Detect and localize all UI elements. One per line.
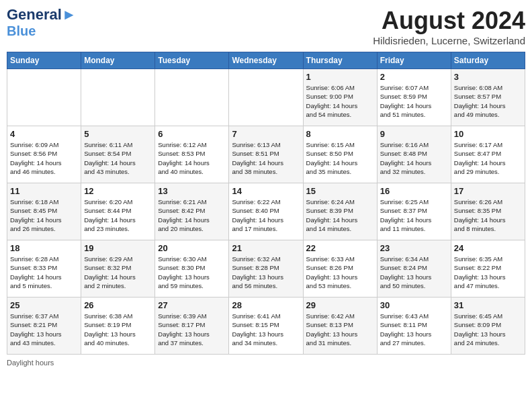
calendar-cell: 25Sunrise: 6:37 AM Sunset: 8:21 PM Dayli… bbox=[7, 298, 81, 355]
day-number: 30 bbox=[380, 300, 448, 310]
calendar-table: SundayMondayTuesdayWednesdayThursdayFrid… bbox=[7, 52, 525, 355]
day-info: Sunrise: 6:33 AM Sunset: 8:26 PM Dayligh… bbox=[306, 255, 374, 290]
calendar-header-cell: Tuesday bbox=[155, 52, 229, 69]
calendar-header-row: SundayMondayTuesdayWednesdayThursdayFrid… bbox=[7, 52, 525, 69]
day-info: Sunrise: 6:35 AM Sunset: 8:22 PM Dayligh… bbox=[454, 255, 522, 290]
day-info: Sunrise: 6:21 AM Sunset: 8:42 PM Dayligh… bbox=[158, 197, 226, 233]
calendar-cell: 18Sunrise: 6:28 AM Sunset: 8:33 PM Dayli… bbox=[7, 240, 81, 298]
page-header: General► Blue August 2024 Hildisrieden, … bbox=[7, 7, 525, 46]
day-number: 9 bbox=[380, 129, 448, 139]
day-info: Sunrise: 6:32 AM Sunset: 8:28 PM Dayligh… bbox=[232, 255, 300, 290]
calendar-cell: 9Sunrise: 6:16 AM Sunset: 8:48 PM Daylig… bbox=[377, 126, 451, 183]
day-number: 29 bbox=[306, 300, 374, 310]
day-info: Sunrise: 6:07 AM Sunset: 8:59 PM Dayligh… bbox=[380, 83, 448, 119]
calendar-body: 1Sunrise: 6:06 AM Sunset: 9:00 PM Daylig… bbox=[7, 69, 525, 355]
calendar-cell: 7Sunrise: 6:13 AM Sunset: 8:51 PM Daylig… bbox=[229, 126, 303, 183]
calendar-cell: 30Sunrise: 6:43 AM Sunset: 8:11 PM Dayli… bbox=[377, 298, 451, 355]
footer: Daylight hours bbox=[7, 359, 525, 367]
logo-text: General► Blue bbox=[7, 7, 77, 39]
calendar-cell: 4Sunrise: 6:09 AM Sunset: 8:56 PM Daylig… bbox=[7, 126, 81, 183]
day-number: 15 bbox=[306, 186, 374, 196]
day-info: Sunrise: 6:43 AM Sunset: 8:11 PM Dayligh… bbox=[380, 312, 448, 347]
day-info: Sunrise: 6:12 AM Sunset: 8:53 PM Dayligh… bbox=[158, 140, 226, 176]
day-number: 27 bbox=[158, 300, 226, 310]
day-info: Sunrise: 6:34 AM Sunset: 8:24 PM Dayligh… bbox=[380, 255, 448, 290]
day-info: Sunrise: 6:18 AM Sunset: 8:45 PM Dayligh… bbox=[10, 197, 78, 233]
calendar-week-row: 1Sunrise: 6:06 AM Sunset: 9:00 PM Daylig… bbox=[7, 69, 525, 126]
calendar-cell: 8Sunrise: 6:15 AM Sunset: 8:50 PM Daylig… bbox=[303, 126, 377, 183]
day-number: 17 bbox=[454, 186, 522, 196]
calendar-cell: 11Sunrise: 6:18 AM Sunset: 8:45 PM Dayli… bbox=[7, 183, 81, 240]
day-number: 1 bbox=[306, 72, 374, 82]
day-info: Sunrise: 6:38 AM Sunset: 8:19 PM Dayligh… bbox=[84, 312, 152, 347]
day-number: 23 bbox=[380, 243, 448, 253]
day-number: 16 bbox=[380, 186, 448, 196]
calendar-cell: 14Sunrise: 6:22 AM Sunset: 8:40 PM Dayli… bbox=[229, 183, 303, 240]
title-block: August 2024 Hildisrieden, Lucerne, Switz… bbox=[373, 7, 525, 46]
day-info: Sunrise: 6:45 AM Sunset: 8:09 PM Dayligh… bbox=[454, 312, 522, 347]
day-info: Sunrise: 6:24 AM Sunset: 8:39 PM Dayligh… bbox=[306, 197, 374, 233]
day-info: Sunrise: 6:42 AM Sunset: 8:13 PM Dayligh… bbox=[306, 312, 374, 347]
day-number: 11 bbox=[10, 186, 78, 196]
calendar-cell: 1Sunrise: 6:06 AM Sunset: 9:00 PM Daylig… bbox=[303, 69, 377, 126]
calendar-week-row: 25Sunrise: 6:37 AM Sunset: 8:21 PM Dayli… bbox=[7, 298, 525, 355]
calendar-cell: 28Sunrise: 6:41 AM Sunset: 8:15 PM Dayli… bbox=[229, 298, 303, 355]
day-number: 25 bbox=[10, 300, 78, 310]
day-info: Sunrise: 6:22 AM Sunset: 8:40 PM Dayligh… bbox=[232, 197, 300, 233]
day-info: Sunrise: 6:16 AM Sunset: 8:48 PM Dayligh… bbox=[380, 140, 448, 176]
calendar-cell: 31Sunrise: 6:45 AM Sunset: 8:09 PM Dayli… bbox=[451, 298, 525, 355]
calendar-cell: 2Sunrise: 6:07 AM Sunset: 8:59 PM Daylig… bbox=[377, 69, 451, 126]
day-number: 18 bbox=[10, 243, 78, 253]
day-info: Sunrise: 6:26 AM Sunset: 8:35 PM Dayligh… bbox=[454, 197, 522, 233]
calendar-cell: 12Sunrise: 6:20 AM Sunset: 8:44 PM Dayli… bbox=[81, 183, 155, 240]
calendar-cell: 17Sunrise: 6:26 AM Sunset: 8:35 PM Dayli… bbox=[451, 183, 525, 240]
month-title: August 2024 bbox=[373, 7, 525, 35]
day-number: 2 bbox=[380, 72, 448, 82]
day-info: Sunrise: 6:15 AM Sunset: 8:50 PM Dayligh… bbox=[306, 140, 374, 176]
day-number: 28 bbox=[232, 300, 300, 310]
calendar-cell bbox=[7, 69, 81, 126]
calendar-cell: 19Sunrise: 6:29 AM Sunset: 8:32 PM Dayli… bbox=[81, 240, 155, 298]
day-info: Sunrise: 6:41 AM Sunset: 8:15 PM Dayligh… bbox=[232, 312, 300, 347]
day-info: Sunrise: 6:30 AM Sunset: 8:30 PM Dayligh… bbox=[158, 255, 226, 290]
day-number: 31 bbox=[454, 300, 522, 310]
day-info: Sunrise: 6:39 AM Sunset: 8:17 PM Dayligh… bbox=[158, 312, 226, 347]
calendar-cell: 15Sunrise: 6:24 AM Sunset: 8:39 PM Dayli… bbox=[303, 183, 377, 240]
day-number: 22 bbox=[306, 243, 374, 253]
day-info: Sunrise: 6:17 AM Sunset: 8:47 PM Dayligh… bbox=[454, 140, 522, 176]
day-number: 21 bbox=[232, 243, 300, 253]
day-number: 7 bbox=[232, 129, 300, 139]
calendar-cell: 5Sunrise: 6:11 AM Sunset: 8:54 PM Daylig… bbox=[81, 126, 155, 183]
day-number: 20 bbox=[158, 243, 226, 253]
day-number: 10 bbox=[454, 129, 522, 139]
calendar-week-row: 18Sunrise: 6:28 AM Sunset: 8:33 PM Dayli… bbox=[7, 240, 525, 298]
day-number: 8 bbox=[306, 129, 374, 139]
day-info: Sunrise: 6:11 AM Sunset: 8:54 PM Dayligh… bbox=[84, 140, 152, 176]
day-number: 14 bbox=[232, 186, 300, 196]
day-number: 19 bbox=[84, 243, 152, 253]
day-number: 24 bbox=[454, 243, 522, 253]
day-info: Sunrise: 6:06 AM Sunset: 9:00 PM Dayligh… bbox=[306, 83, 374, 119]
calendar-header-cell: Sunday bbox=[7, 52, 81, 69]
day-number: 26 bbox=[84, 300, 152, 310]
day-number: 3 bbox=[454, 72, 522, 82]
calendar-week-row: 4Sunrise: 6:09 AM Sunset: 8:56 PM Daylig… bbox=[7, 126, 525, 183]
calendar-cell: 10Sunrise: 6:17 AM Sunset: 8:47 PM Dayli… bbox=[451, 126, 525, 183]
day-info: Sunrise: 6:08 AM Sunset: 8:57 PM Dayligh… bbox=[454, 83, 522, 119]
calendar-cell: 24Sunrise: 6:35 AM Sunset: 8:22 PM Dayli… bbox=[451, 240, 525, 298]
calendar-cell: 21Sunrise: 6:32 AM Sunset: 8:28 PM Dayli… bbox=[229, 240, 303, 298]
day-info: Sunrise: 6:37 AM Sunset: 8:21 PM Dayligh… bbox=[10, 312, 78, 347]
calendar-header-cell: Monday bbox=[81, 52, 155, 69]
day-info: Sunrise: 6:29 AM Sunset: 8:32 PM Dayligh… bbox=[84, 255, 152, 290]
day-info: Sunrise: 6:28 AM Sunset: 8:33 PM Dayligh… bbox=[10, 255, 78, 290]
daylight-label: Daylight hours bbox=[7, 359, 54, 367]
day-info: Sunrise: 6:09 AM Sunset: 8:56 PM Dayligh… bbox=[10, 140, 78, 176]
calendar-cell: 3Sunrise: 6:08 AM Sunset: 8:57 PM Daylig… bbox=[451, 69, 525, 126]
calendar-header-cell: Thursday bbox=[303, 52, 377, 69]
calendar-cell: 13Sunrise: 6:21 AM Sunset: 8:42 PM Dayli… bbox=[155, 183, 229, 240]
calendar-header-cell: Saturday bbox=[451, 52, 525, 69]
calendar-header-cell: Friday bbox=[377, 52, 451, 69]
calendar-cell: 29Sunrise: 6:42 AM Sunset: 8:13 PM Dayli… bbox=[303, 298, 377, 355]
calendar-cell: 27Sunrise: 6:39 AM Sunset: 8:17 PM Dayli… bbox=[155, 298, 229, 355]
day-info: Sunrise: 6:13 AM Sunset: 8:51 PM Dayligh… bbox=[232, 140, 300, 176]
